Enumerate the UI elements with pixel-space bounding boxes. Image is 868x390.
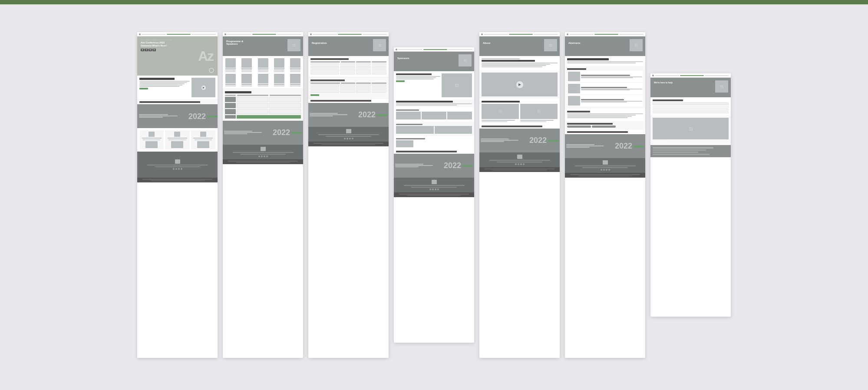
sc-ig[interactable]: [659, 141, 661, 143]
speaker-9[interactable]: [274, 74, 285, 86]
s-tw-abs[interactable]: [603, 169, 605, 171]
speaker-10[interactable]: [290, 74, 301, 86]
s-yt-spon[interactable]: [437, 188, 439, 190]
page-preview-programme[interactable]: Programme &Speakers ⊡: [223, 32, 303, 358]
speaker-8[interactable]: [257, 74, 269, 86]
ticket-banner-prog[interactable]: 2022: [223, 121, 303, 145]
social-yt[interactable]: [181, 168, 182, 170]
ticket-info-abs: [566, 144, 614, 148]
faq-item3[interactable]: [653, 111, 729, 113]
sc-yt[interactable]: [662, 141, 664, 143]
s-yt-abs[interactable]: [608, 169, 610, 171]
ticket-buy-prog[interactable]: [291, 132, 302, 134]
s-tw-spon[interactable]: [432, 188, 434, 190]
speaker-5[interactable]: [290, 58, 301, 72]
ticket-banner-spon[interactable]: 2022: [394, 154, 474, 178]
page-preview-abstracts[interactable]: Abstracts ⊡: [565, 32, 645, 358]
s-fb-abs[interactable]: [601, 169, 602, 171]
s-fb-spon[interactable]: [429, 188, 431, 190]
page-preview-help[interactable]: We're here to help ⊡ ⊡: [650, 73, 731, 317]
sc-tw[interactable]: [656, 141, 658, 143]
speaker-2-org: [241, 71, 252, 72]
ticket-buy-reg[interactable]: [377, 114, 387, 116]
s-tw-reg[interactable]: [347, 138, 348, 139]
footer-icon-about: [517, 155, 522, 159]
s-ig-reg[interactable]: [349, 138, 351, 139]
speaker-4[interactable]: [274, 58, 285, 72]
ticket-banner-about[interactable]: 2022: [479, 129, 560, 152]
sc-fb[interactable]: [653, 141, 655, 143]
ticket-year: 2022: [188, 112, 206, 120]
page-preview-home[interactable]: 25-27 September 2022 | Universitas Indon…: [137, 32, 218, 358]
past-img1: ⊡: [482, 104, 519, 119]
ticket-banner-abs[interactable]: 2022: [565, 134, 645, 158]
reg-title-text: Registration: [312, 42, 327, 44]
topic-item2[interactable]: [567, 83, 643, 94]
gold-title: [396, 109, 419, 111]
speaker-7[interactable]: [241, 74, 252, 86]
soc-fb[interactable]: [258, 155, 260, 157]
text-l3: [139, 83, 185, 84]
ticket-buy-about[interactable]: [548, 140, 558, 142]
ql-sponsors[interactable]: [191, 130, 215, 149]
topic-item3[interactable]: [567, 95, 643, 106]
s-fb-about[interactable]: [515, 163, 517, 165]
s-ig-about[interactable]: [520, 163, 522, 165]
s-tw-about[interactable]: [518, 163, 519, 165]
virtual-section: [308, 77, 389, 98]
faq-item2[interactable]: [653, 109, 729, 111]
reg-register-btn[interactable]: [310, 94, 319, 96]
topic-item1[interactable]: [567, 71, 643, 82]
ticket-buy-abs[interactable]: [634, 145, 644, 147]
page-preview-sponsors[interactable]: Sponsors ⊡ ⊡: [394, 47, 474, 343]
ticket-banner-home[interactable]: 2022: [137, 104, 218, 128]
soc-tw[interactable]: [261, 155, 263, 157]
speaker-1-title: [225, 70, 236, 71]
ticket-buy-spon[interactable]: [462, 165, 473, 167]
social-ig[interactable]: [178, 168, 180, 170]
play-icon[interactable]: [201, 86, 206, 90]
s-yt-reg[interactable]: [352, 138, 353, 139]
read-more-btn[interactable]: [139, 88, 148, 89]
rth-early: [341, 61, 356, 63]
soc-ig[interactable]: [264, 155, 265, 157]
abs-cta: [565, 130, 645, 134]
page-preview-registration[interactable]: Registration ⊡: [308, 32, 389, 358]
ticket-buy-btn[interactable]: [207, 116, 218, 117]
abs-cta-text: [567, 131, 628, 133]
ql-programme[interactable]: [139, 130, 164, 149]
faq-search-input[interactable]: [653, 102, 729, 105]
prog-book-btn2[interactable]: [592, 126, 616, 128]
fc-l1: [314, 143, 383, 144]
faq-item1[interactable]: [653, 106, 729, 108]
intro-video[interactable]: [191, 78, 215, 97]
s-fb-reg[interactable]: [344, 138, 346, 139]
topics-title: [567, 68, 586, 70]
social-tw[interactable]: [175, 168, 177, 170]
ticket-banner-reg[interactable]: 2022: [308, 103, 389, 127]
s-yt-about[interactable]: [523, 163, 525, 165]
about-play-icon[interactable]: [516, 81, 523, 88]
spon-contact-btn[interactable]: [396, 80, 405, 82]
ql-registration[interactable]: [165, 130, 189, 149]
topic-text1: [581, 75, 642, 78]
reg-cta-label: [310, 100, 371, 102]
sc-li[interactable]: [665, 141, 667, 143]
speaker-3[interactable]: [257, 58, 269, 72]
speaker-1[interactable]: [225, 58, 236, 72]
newsletter-icon: [175, 159, 180, 164]
soc-yt[interactable]: [266, 155, 268, 157]
prog-book-btn1[interactable]: [567, 126, 591, 128]
about-video[interactable]: [482, 73, 558, 96]
speaker-2[interactable]: [241, 58, 252, 72]
speaker-6[interactable]: [225, 74, 236, 86]
s-ig-abs[interactable]: [606, 169, 607, 171]
tl-keynote: [237, 115, 301, 119]
vth-onsite: [372, 83, 386, 84]
tl-slot2: [269, 97, 301, 102]
page-preview-about[interactable]: About ⊡: [479, 32, 560, 358]
virt-table-header: [310, 83, 386, 84]
ql-spon-label: [193, 138, 213, 139]
social-fb[interactable]: [173, 168, 175, 170]
s-ig-spon[interactable]: [435, 188, 436, 190]
